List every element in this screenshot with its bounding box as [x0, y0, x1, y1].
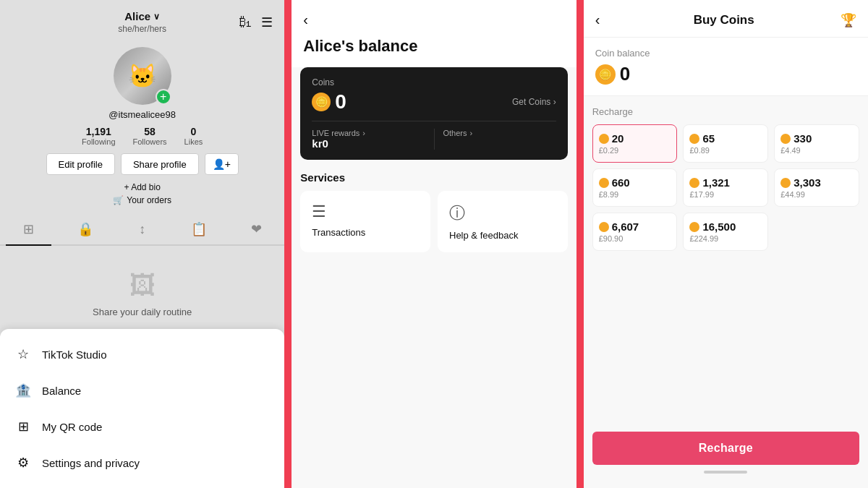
chevron-down-icon: ∨ — [153, 12, 160, 22]
stat-following[interactable]: 1,191 Following — [82, 126, 115, 146]
coin-dot-icon — [599, 178, 609, 188]
services-label: Services — [300, 171, 567, 184]
trophy-icon: 🏆 — [841, 12, 856, 28]
coin-option-6607[interactable]: 6,607 £90.90 — [592, 213, 678, 251]
coins-card-label: Coins — [312, 77, 556, 87]
buy-coins-panel: ‹ Buy Coins 🏆 Coin balance 🪙 0 Recharge … — [584, 0, 868, 488]
coin-amount-330: 330 — [780, 132, 812, 145]
coin-option-330[interactable]: 330 £4.49 — [774, 124, 859, 163]
menu-item-balance[interactable]: 🏦 Balance — [0, 372, 284, 408]
recharge-label: Recharge — [592, 106, 859, 117]
coin-dot-icon — [780, 178, 791, 188]
get-coins-link[interactable]: Get Coins › — [512, 97, 556, 107]
coin-price-660: £8.99 — [599, 190, 619, 199]
add-friend-button[interactable]: 👤+ — [205, 153, 239, 175]
live-rewards-value: kr0 — [312, 137, 425, 150]
buy-back-button[interactable]: ‹ — [595, 12, 600, 28]
transactions-card[interactable]: ☰ Transactions — [300, 191, 430, 252]
help-label: Help & feedback — [449, 230, 518, 241]
coin-price-1321: £17.99 — [689, 190, 714, 199]
photo-placeholder-icon: 🖼 — [129, 270, 156, 301]
profile-panel: Alice ∨ she/her/hers ₿₁ ☰ 🐱 + @itsmealic… — [0, 0, 284, 488]
live-rewards-label: LIVE rewards › — [312, 129, 425, 137]
orders-icon: 🛒 — [113, 195, 124, 205]
avatar-wrap: 🐱 + — [114, 47, 171, 105]
tab-grid[interactable]: ⊞ — [0, 214, 57, 244]
coin-option-660[interactable]: 660 £8.99 — [592, 168, 678, 207]
services-section: Services ☰ Transactions ⓘ Help & feedbac… — [292, 160, 576, 252]
coin-option-20[interactable]: 20 £0.29 — [592, 124, 678, 163]
following-count: 1,191 — [86, 126, 111, 137]
header-icons: ₿₁ ☰ — [239, 14, 273, 30]
profile-actions: Edit profile Share profile 👤+ — [46, 153, 239, 175]
menu-item-settings[interactable]: ⚙ Settings and privacy — [0, 445, 284, 481]
coin-sm-icon: 🪙 — [595, 64, 616, 85]
settings-icon: ⚙ — [14, 455, 32, 471]
coin-amount-1321: 1,321 — [689, 176, 730, 189]
coin-amount-16500: 16,500 — [689, 221, 736, 233]
username-label: Alice — [124, 10, 150, 22]
pronouns-label: she/her/hers — [118, 24, 166, 34]
coins-card: Coins 🪙 0 Get Coins › LIVE rewards › kr0 — [300, 67, 567, 160]
menu-settings-label: Settings and privacy — [42, 457, 140, 469]
qr-icon: ⊞ — [14, 419, 32, 435]
followers-count: 58 — [144, 126, 156, 137]
balance-header: ‹ — [292, 0, 576, 34]
recharge-button[interactable]: Recharge — [592, 432, 859, 465]
coin-price-330: £4.49 — [780, 146, 801, 155]
recharge-section: Recharge 20 £0.29 65 £0.89 330 — [584, 96, 868, 423]
content-tabs: ⊞ 🔒 ↕ 📋 ❤ — [0, 214, 284, 246]
home-indicator — [704, 471, 747, 474]
coin-option-1321[interactable]: 1,321 £17.99 — [683, 168, 768, 207]
dropdown-menu: ☆ TikTok Studio 🏦 Balance ⊞ My QR code ⚙… — [0, 329, 284, 488]
coin-price-3303: £44.99 — [780, 190, 805, 199]
coin-amount-65: 65 — [689, 132, 715, 145]
card-divider — [312, 121, 556, 121]
menu-qr-label: My QR code — [42, 421, 102, 433]
coin-amount-3303: 3,303 — [780, 176, 821, 189]
stat-followers[interactable]: 58 Followers — [133, 126, 167, 146]
coin-amount-6607: 6,607 — [599, 221, 639, 233]
transactions-icon: ☰ — [312, 202, 326, 221]
your-orders-link[interactable]: 🛒 Your orders — [113, 195, 171, 205]
menu-item-studio[interactable]: ☆ TikTok Studio — [0, 336, 284, 372]
coins-icon[interactable]: ₿₁ — [239, 14, 252, 30]
share-profile-button[interactable]: Share profile — [121, 153, 199, 175]
buy-coins-title: Buy Coins — [694, 13, 754, 27]
buy-coins-header: ‹ Buy Coins 🏆 — [584, 0, 868, 38]
coin-dot-icon — [689, 178, 699, 188]
coins-amount-row: 🪙 0 Get Coins › — [312, 90, 556, 114]
coin-dot-icon — [599, 134, 609, 144]
live-rewards-row: LIVE rewards › kr0 Others › — [312, 129, 556, 150]
stat-likes[interactable]: 0 Likes — [184, 126, 203, 146]
tab-liked[interactable]: 📋 — [171, 214, 228, 244]
coins-amount: 🪙 0 — [312, 90, 346, 114]
avatar-add-button[interactable]: + — [156, 89, 171, 105]
likes-count: 0 — [191, 126, 197, 137]
profile-handle: @itsmealicee98 — [109, 109, 176, 120]
coin-option-16500[interactable]: 16,500 £224.99 — [683, 213, 768, 251]
menu-item-qr[interactable]: ⊞ My QR code — [0, 408, 284, 445]
edit-profile-button[interactable]: Edit profile — [46, 153, 115, 175]
live-rewards-item[interactable]: LIVE rewards › kr0 — [312, 129, 434, 150]
share-daily-section: 🖼 Share your daily routine — [71, 249, 213, 339]
username-row: Alice ∨ — [124, 10, 160, 22]
back-button[interactable]: ‹ — [303, 12, 308, 28]
tab-heart[interactable]: ❤ — [228, 214, 285, 244]
hamburger-menu-icon[interactable]: ☰ — [261, 14, 273, 30]
coin-dot-icon — [599, 222, 609, 232]
help-feedback-card[interactable]: ⓘ Help & feedback — [438, 191, 568, 252]
add-bio-link[interactable]: + Add bio — [124, 182, 160, 192]
coin-dot-icon — [689, 222, 699, 232]
others-item[interactable]: Others › — [435, 129, 556, 150]
coin-balance-value-row: 🪙 0 — [595, 63, 856, 85]
tab-lock[interactable]: 🔒 — [57, 214, 114, 244]
coin-gold-icon: 🪙 — [312, 93, 331, 111]
tab-repost[interactable]: ↕ — [114, 214, 171, 244]
coin-option-3303[interactable]: 3,303 £44.99 — [774, 168, 859, 207]
menu-studio-label: TikTok Studio — [42, 348, 106, 361]
coin-amount-660: 660 — [599, 176, 630, 189]
coin-option-65[interactable]: 65 £0.89 — [683, 124, 768, 163]
likes-label: Likes — [184, 137, 203, 146]
help-icon: ⓘ — [449, 202, 465, 224]
